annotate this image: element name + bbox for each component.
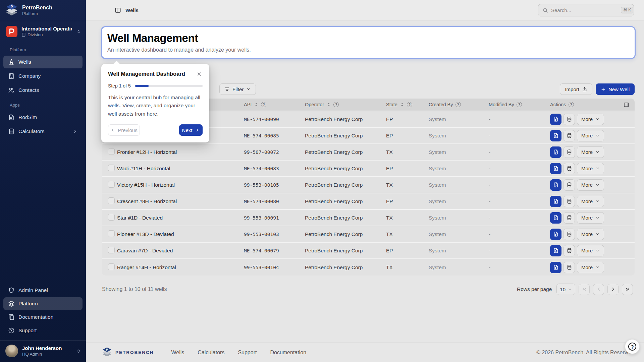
sidebar-item-rodsim[interactable]: RodSim	[3, 111, 83, 124]
more-button[interactable]: More	[577, 229, 604, 240]
more-button[interactable]: More	[577, 146, 604, 158]
database-action-button[interactable]	[564, 229, 575, 240]
footer-link-support[interactable]: Support	[238, 350, 257, 356]
org-switcher[interactable]: International Operatio Division	[0, 21, 86, 42]
database-action-button[interactable]	[564, 114, 575, 125]
rodsim-action-button[interactable]	[550, 196, 561, 207]
rodsim-action-button[interactable]	[550, 130, 561, 141]
rodsim-action-button[interactable]	[550, 245, 561, 256]
global-search[interactable]: ⌘ K	[538, 4, 634, 16]
user-menu[interactable]: John Henderson HQ Admin	[0, 341, 86, 362]
last-page-button[interactable]	[622, 284, 633, 295]
help-circle-icon[interactable]: ?	[261, 102, 266, 107]
database-action-button[interactable]	[564, 130, 575, 141]
more-button[interactable]: More	[577, 179, 604, 191]
table-row[interactable]: Victory #15H - Horizontal 99-553-00105 P…	[102, 177, 635, 193]
help-circle-icon[interactable]: ?	[517, 102, 522, 107]
sidebar-item-support[interactable]: Support	[3, 324, 83, 337]
table-row[interactable]: Frontier #12H - Horizontal 99-507-00072 …	[102, 144, 635, 161]
pagination-summary: Showing 1 to 10 of 11 wells	[102, 286, 167, 292]
shield-icon	[8, 287, 15, 294]
brand-subtitle: Platform	[22, 11, 52, 16]
rodsim-action-button[interactable]	[550, 262, 561, 273]
sort-icon[interactable]	[254, 102, 259, 107]
rodsim-action-button[interactable]	[550, 179, 561, 191]
column-header-api: API ?	[244, 102, 305, 107]
docs-icon	[8, 314, 15, 320]
tour-progress-bar	[135, 85, 203, 87]
row-checkbox[interactable]	[108, 214, 115, 221]
table-row[interactable]: Star #1D - Deviated 99-553-00091 PetroBe…	[102, 210, 635, 226]
table-row[interactable]: Caravan #7D - Deviated ME-574-00079 Petr…	[102, 243, 635, 259]
rodsim-action-button[interactable]	[550, 163, 561, 174]
database-action-button[interactable]	[564, 179, 575, 191]
row-checkbox[interactable]	[108, 181, 115, 188]
sidebar-toggle-icon[interactable]	[115, 7, 121, 13]
more-button[interactable]: More	[577, 114, 604, 125]
sidebar-item-admin-panel[interactable]: Admin Panel	[3, 284, 83, 297]
sidebar-item-label: Contacts	[18, 87, 39, 93]
help-circle-icon[interactable]: ?	[569, 102, 574, 107]
more-button[interactable]: More	[577, 196, 604, 207]
first-page-button[interactable]	[579, 284, 590, 295]
rows-per-page-select[interactable]: 10	[556, 284, 575, 295]
more-button[interactable]: More	[577, 130, 604, 141]
columns-icon[interactable]	[624, 102, 629, 108]
more-button[interactable]: More	[577, 163, 604, 174]
previous-page-button[interactable]	[593, 284, 604, 295]
upload-icon	[582, 86, 587, 92]
sidebar-item-calculators[interactable]: Calculators	[3, 125, 83, 138]
help-fab-button[interactable]: ?	[625, 339, 640, 354]
next-step-button[interactable]: Next	[179, 124, 203, 136]
import-button[interactable]: Import	[560, 83, 592, 95]
sidebar-item-platform[interactable]: Platform	[3, 297, 83, 310]
filter-button[interactable]: Filter	[219, 83, 256, 95]
footer-brand-name: PETROBENCH	[115, 350, 154, 355]
rodsim-action-button[interactable]	[550, 146, 561, 158]
rodsim-action-button[interactable]	[550, 114, 561, 125]
new-well-button[interactable]: New Well	[596, 83, 635, 95]
row-checkbox[interactable]	[108, 165, 115, 171]
sidebar-item-wells[interactable]: Wells	[3, 56, 83, 68]
page-header-card: Well Management An interactive dashboard…	[102, 27, 635, 58]
row-checkbox[interactable]	[108, 230, 115, 237]
tour-popover: Well Management Dashboard Step 1 of 5 Th…	[101, 64, 209, 142]
table-row[interactable]: Wadi #11H - Horizontal ME-574-00083 Petr…	[102, 161, 635, 177]
sidebar-item-documentation[interactable]: Documentation	[3, 311, 83, 323]
more-button[interactable]: More	[577, 212, 604, 224]
row-checkbox[interactable]	[108, 197, 115, 204]
database-action-button[interactable]	[564, 163, 575, 174]
sort-icon[interactable]	[400, 102, 405, 107]
footer-link-documentation[interactable]: Documentation	[270, 350, 306, 356]
footer-link-calculators[interactable]: Calculators	[198, 350, 224, 356]
rodsim-action-button[interactable]	[550, 229, 561, 240]
database-action-button[interactable]	[564, 262, 575, 273]
more-button[interactable]: More	[577, 245, 604, 256]
previous-step-button[interactable]: Previous	[108, 124, 140, 136]
database-action-button[interactable]	[564, 196, 575, 207]
table-row[interactable]: Pioneer #13D - Deviated 99-553-00103 Pet…	[102, 226, 635, 243]
chevron-right-icon	[72, 129, 78, 134]
footer-link-wells[interactable]: Wells	[171, 350, 184, 356]
org-type-label: Division	[28, 32, 43, 37]
database-action-button[interactable]	[564, 212, 575, 224]
help-circle-icon[interactable]: ?	[455, 102, 461, 107]
close-icon[interactable]	[196, 71, 203, 77]
table-row[interactable]: Ranger #14H - Horizontal 99-553-00104 Pe…	[102, 259, 635, 276]
chevron-left-icon	[596, 287, 601, 292]
row-checkbox[interactable]	[108, 148, 115, 155]
sidebar-item-contacts[interactable]: Contacts	[3, 84, 83, 97]
database-action-button[interactable]	[564, 146, 575, 158]
more-button[interactable]: More	[577, 262, 604, 273]
sidebar-item-company[interactable]: Company	[3, 70, 83, 82]
help-circle-icon[interactable]: ?	[333, 102, 339, 107]
database-action-button[interactable]	[564, 245, 575, 256]
table-row[interactable]: Crescent #8H - Horizontal ME-574-00080 P…	[102, 193, 635, 210]
sort-icon[interactable]	[326, 102, 331, 107]
rodsim-action-button[interactable]	[550, 212, 561, 224]
row-checkbox[interactable]	[108, 247, 115, 253]
help-circle-icon[interactable]: ?	[407, 102, 412, 107]
search-input[interactable]	[551, 7, 618, 13]
next-page-button[interactable]	[607, 284, 619, 295]
row-checkbox[interactable]	[108, 263, 115, 270]
